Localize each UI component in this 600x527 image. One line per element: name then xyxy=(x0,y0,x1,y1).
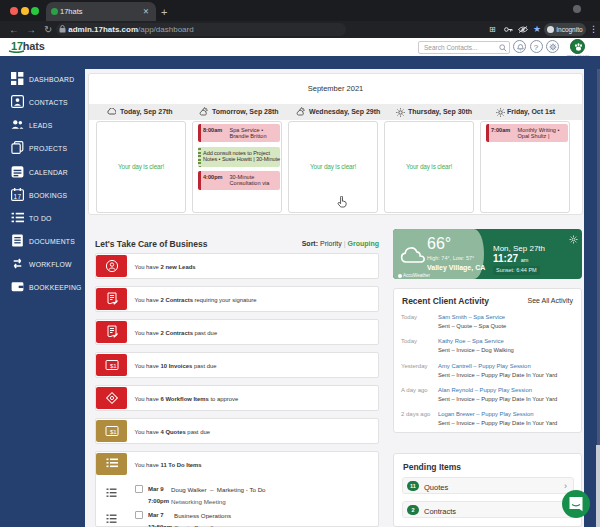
svg-text:17: 17 xyxy=(14,193,22,200)
svg-text:$1: $1 xyxy=(110,429,117,435)
svg-text:$1: $1 xyxy=(110,363,117,369)
